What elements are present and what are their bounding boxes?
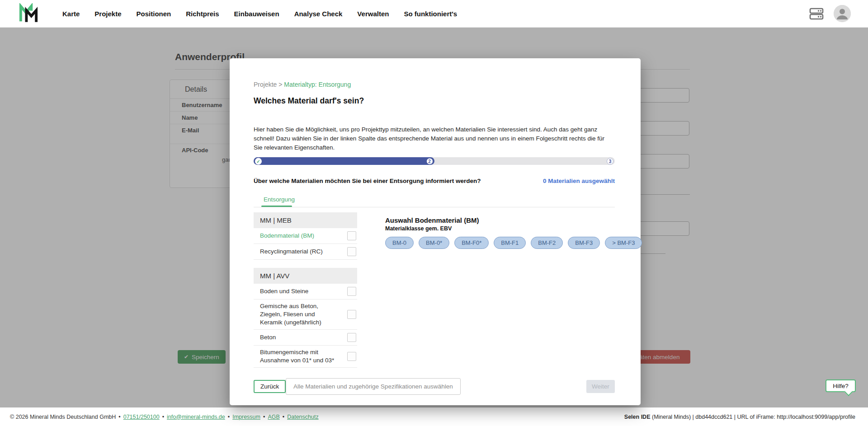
back-button[interactable]: Zurück [254,380,286,393]
checkbox-bodenmaterial[interactable] [347,231,356,240]
selected-count: 0 Materialien ausgewählt [543,178,615,184]
chip-bm-0[interactable]: BM-0 [385,237,414,249]
footer-link-phone[interactable]: 07151/250100 [123,414,160,420]
footer-link-agb[interactable]: AGB [268,414,279,420]
chip-bm-0-star[interactable]: BM-0* [419,237,449,249]
material-row-recyclingmaterial[interactable]: Recyclingmaterial (RC) [254,244,357,260]
modal-description: Hier haben Sie die Möglichkeit, uns pro … [254,125,614,152]
chip-bm-f2[interactable]: BM-F2 [531,237,563,249]
footer-left: © 2026 Mineral Minds Deutschland GmbH • … [10,414,319,420]
next-button[interactable]: Weiter [586,380,615,393]
copyright-text: © 2026 Mineral Minds Deutschland GmbH [10,414,116,420]
nav-item-karte[interactable]: Karte [62,10,80,18]
panel-subtitle: Materialklasse gem. EBV [385,225,615,232]
nav-item-so-funktionierts[interactable]: So funktioniert's [404,10,457,18]
help-bubble-button[interactable]: Hilfe? [826,379,856,392]
user-avatar-icon[interactable] [834,5,851,22]
nav-item-verwalten[interactable]: Verwalten [357,10,389,18]
tab-divider-line [254,207,615,207]
footer-separator: • [162,414,164,420]
breadcrumb: Projekte > Materialtyp: Entsorgung [254,81,351,88]
material-row-bodenmaterial[interactable]: Bodenmaterial (BM) [254,228,357,244]
progress-fill [254,157,434,165]
material-label: Bodenmaterial (BM) [260,232,314,240]
material-row-bitumengemische[interactable]: Bitumengemische mit Ausnahme von 01* und… [254,346,357,368]
footer: © 2026 Mineral Minds Deutschland GmbH • … [0,407,868,426]
main-nav: Karte Projekte Positionen Richtpreis Ein… [62,10,457,18]
material-class-chips: BM-0 BM-0* BM-F0* BM-F1 BM-F2 BM-F3 > BM… [385,237,615,249]
panel-title: Auswahl Bodenmaterial (BM) [385,216,615,224]
checkbox-gemische[interactable] [347,310,356,319]
chip-bm-f1[interactable]: BM-F1 [494,237,526,249]
breadcrumb-separator: > [278,81,282,88]
checkbox-bitumengemische[interactable] [347,352,356,361]
checkbox-beton[interactable] [347,333,356,342]
nav-item-einbauweisen[interactable]: Einbauweisen [234,10,279,18]
group-header-mm-meb: MM | MEB [254,212,357,228]
breadcrumb-projekte[interactable]: Projekte [254,81,277,88]
server-icon[interactable] [809,7,824,20]
mineral-minds-logo-icon[interactable] [18,3,40,24]
material-label: Recyclingmaterial (RC) [260,248,323,256]
footer-app-name: Selen IDE [624,414,651,420]
group-header-mm-avv: MM | AVV [254,268,357,284]
footer-separator: • [283,414,284,420]
material-row-gemische[interactable]: Gemische aus Beton, Ziegeln, Fliesen und… [254,300,357,330]
footer-app-details: (Mineral Minds) | dbd44dccd621 | URL of … [651,414,856,420]
footer-separator: • [263,414,265,420]
footer-link-email[interactable]: info@mineral-minds.de [167,414,225,420]
material-selection-modal: Projekte > Materialtyp: Entsorgung Welch… [230,58,641,405]
material-list: MM | MEB Bodenmaterial (BM) Recyclingmat… [254,212,357,368]
nav-item-projekte[interactable]: Projekte [94,10,121,18]
footer-separator: • [228,414,230,420]
tab-entsorgung[interactable]: Entsorgung [264,196,295,203]
select-all-materials-button[interactable]: Alle Materialien und zugehörige Spezifik… [286,378,461,395]
footer-debug-info: Selen IDE (Mineral Minds) | dbd44dccd621… [624,414,855,420]
material-label: Gemische aus Beton, Ziegeln, Fliesen und… [260,302,336,327]
step-progress-bar: ✓ 2 3 [254,157,615,165]
footer-separator: • [118,414,120,420]
question-row: Über welche Materialien möchten Sie bei … [254,178,615,184]
nav-item-positionen[interactable]: Positionen [137,10,171,18]
checkbox-recyclingmaterial[interactable] [347,247,356,256]
navbar-right [809,5,851,22]
selection-panel: Auswahl Bodenmaterial (BM) Materialklass… [385,212,615,249]
nav-item-richtpreis[interactable]: Richtpreis [186,10,219,18]
footer-link-datenschutz[interactable]: Datenschutz [287,414,318,420]
screen: Karte Projekte Positionen Richtpreis Ein… [0,0,868,426]
material-row-beton[interactable]: Beton [254,330,357,346]
material-label: Bitumengemische mit Ausnahme von 01* und… [260,348,336,365]
modal-title: Welches Material darf's sein? [254,96,364,106]
chip-gt-bm-f3[interactable]: > BM-F3 [605,237,642,249]
nav-item-analyse-check[interactable]: Analyse Check [294,10,343,18]
step-next-badge: 3 [607,158,613,164]
top-navbar: Karte Projekte Positionen Richtpreis Ein… [0,0,868,28]
question-label: Über welche Materialien möchten Sie bei … [254,178,481,184]
material-label: Boden und Steine [260,287,308,295]
chip-bm-f0-star[interactable]: BM-F0* [454,237,489,249]
step-current-badge: 2 [426,158,433,164]
material-row-boden-und-steine[interactable]: Boden und Steine [254,284,357,300]
step-done-check-icon: ✓ [255,158,262,164]
breadcrumb-current: Materialtyp: Entsorgung [284,81,351,88]
footer-link-impressum[interactable]: Impressum [232,414,260,420]
material-label: Beton [260,333,276,342]
chip-bm-f3[interactable]: BM-F3 [568,237,600,249]
checkbox-boden-und-steine[interactable] [347,287,356,296]
